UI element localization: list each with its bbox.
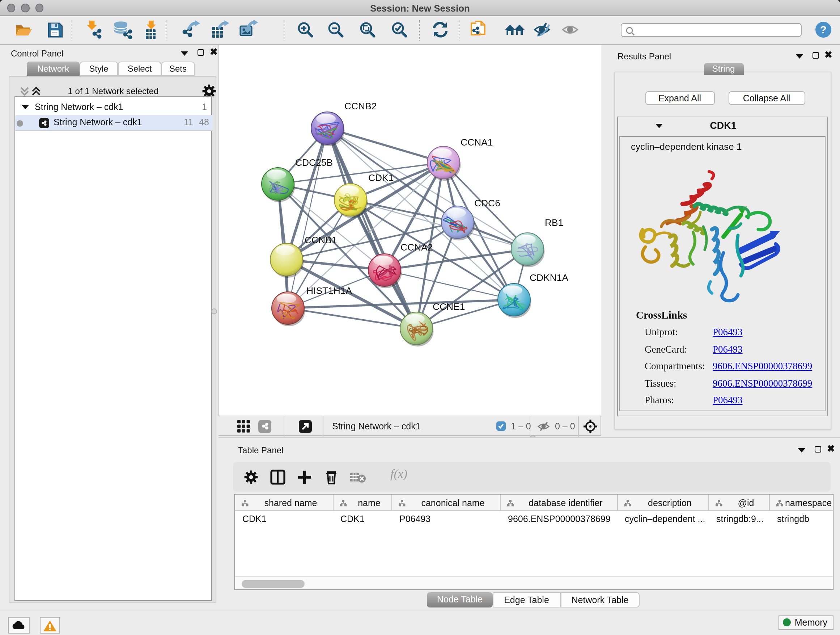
- svg-text:RB1: RB1: [545, 217, 563, 228]
- svg-text:CDKN1A: CDKN1A: [530, 272, 568, 283]
- svg-text:CCNB2: CCNB2: [344, 101, 377, 111]
- svg-text:CDC6: CDC6: [474, 198, 500, 209]
- svg-text:CCNA1: CCNA1: [461, 137, 493, 148]
- svg-text:HIST1H1A: HIST1H1A: [306, 285, 352, 296]
- svg-text:CCNA2: CCNA2: [401, 242, 433, 253]
- svg-text:CCNB1: CCNB1: [305, 234, 337, 245]
- svg-text:CDC25B: CDC25B: [295, 157, 333, 168]
- svg-text:CDK1: CDK1: [368, 172, 393, 183]
- svg-text:CCNE1: CCNE1: [433, 301, 465, 312]
